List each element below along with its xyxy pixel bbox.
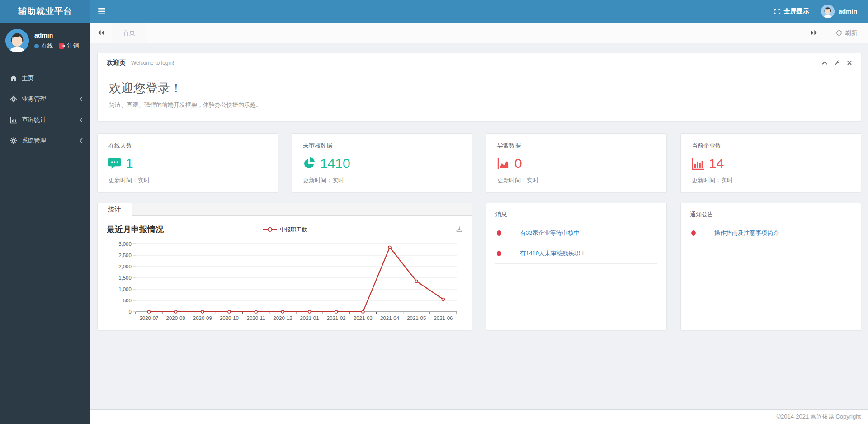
area-chart-icon bbox=[497, 157, 509, 170]
legend-label: 申报职工数 bbox=[280, 226, 307, 233]
stat-card-online-users: 在线人数 1 更新时间：实时 bbox=[97, 133, 278, 192]
double-chevron-right-icon bbox=[811, 30, 817, 36]
welcome-title: 欢迎您登录！ bbox=[109, 80, 849, 96]
chart-legend[interactable]: 申报职工数 bbox=[263, 226, 307, 233]
bullet-dot bbox=[497, 230, 501, 236]
stat-value: 14 bbox=[709, 156, 724, 171]
welcome-panel: 欢迎页 Welcome to login! bbox=[97, 53, 861, 121]
stat-card-current-companies: 当前企业数 14 更新时间：实时 bbox=[680, 133, 861, 192]
notice-item: 操作指南及注意事项简介 bbox=[690, 223, 852, 243]
footer: ©2014-2021 嘉兴拓越 Copyright bbox=[90, 409, 868, 424]
stat-value: 1 bbox=[126, 156, 133, 171]
top-header: 辅助就业平台 全屏显示 ad bbox=[0, 0, 868, 23]
tab-statistics[interactable]: 统计 bbox=[98, 203, 132, 216]
message-link[interactable]: 有1410人未审核残疾职工 bbox=[520, 249, 586, 257]
statistics-panel: 统计 最近月申报情况 申报职工数 bbox=[97, 203, 472, 330]
header-avatar bbox=[821, 5, 835, 18]
svg-text:2020-09: 2020-09 bbox=[193, 315, 212, 321]
svg-text:2020-10: 2020-10 bbox=[220, 315, 239, 321]
header-user-menu[interactable]: admin bbox=[821, 5, 857, 18]
sidebar-item-system[interactable]: 系统管理 bbox=[0, 130, 90, 151]
bar-chart-icon bbox=[10, 116, 18, 124]
stat-value: 1410 bbox=[320, 156, 350, 171]
gem-icon bbox=[10, 95, 18, 103]
header-username: admin bbox=[839, 8, 857, 15]
svg-text:2,500: 2,500 bbox=[118, 252, 132, 258]
stat-updated: 更新时间：实时 bbox=[303, 176, 461, 185]
home-icon bbox=[10, 75, 18, 82]
legend-line-marker bbox=[263, 227, 277, 232]
refresh-button[interactable]: 刷新 bbox=[825, 23, 868, 43]
welcome-description: 简洁、直观、强悍的前端开发框架，体验办公快捷的乐趣。 bbox=[109, 101, 849, 109]
copyright-text: ©2014-2021 嘉兴拓越 Copyright bbox=[776, 413, 861, 421]
monthly-report-chart: 05001,0001,5002,0002,5003,0002020-072020… bbox=[107, 238, 463, 326]
svg-text:2020-07: 2020-07 bbox=[139, 315, 158, 321]
stat-updated: 更新时间：实时 bbox=[108, 176, 267, 185]
double-chevron-left-icon bbox=[98, 30, 104, 36]
message-link[interactable]: 有33家企业等待审核中 bbox=[520, 229, 579, 237]
user-name: admin bbox=[34, 32, 79, 39]
notices-title: 通知公告 bbox=[690, 210, 852, 219]
online-status-dot bbox=[34, 44, 39, 48]
sidebar-toggle-button[interactable] bbox=[90, 0, 113, 23]
svg-text:3,000: 3,000 bbox=[118, 241, 132, 247]
svg-text:0: 0 bbox=[128, 309, 131, 314]
chart-title: 最近月申报情况 bbox=[107, 224, 164, 235]
message-item: 有1410人未审核残疾职工 bbox=[495, 243, 657, 264]
hamburger-icon bbox=[98, 8, 105, 14]
svg-text:2021-03: 2021-03 bbox=[354, 315, 373, 321]
svg-text:2021-05: 2021-05 bbox=[407, 315, 426, 321]
svg-text:500: 500 bbox=[123, 298, 132, 303]
tab-bar: 首页 刷新 bbox=[90, 23, 868, 43]
bullet-dot bbox=[691, 230, 696, 236]
svg-text:2020-11: 2020-11 bbox=[247, 315, 265, 321]
collapse-panel-button[interactable] bbox=[822, 61, 827, 65]
welcome-heading: 欢迎页 bbox=[107, 59, 126, 67]
sidebar: admin 在线 注销 主页 bbox=[0, 23, 90, 424]
close-panel-button[interactable] bbox=[847, 61, 852, 65]
sidebar-item-business[interactable]: 业务管理 bbox=[0, 89, 90, 110]
stat-label: 在线人数 bbox=[108, 142, 267, 150]
svg-text:2021-01: 2021-01 bbox=[300, 315, 319, 321]
content-area: 欢迎页 Welcome to login! bbox=[90, 43, 868, 409]
svg-text:2021-04: 2021-04 bbox=[380, 315, 400, 321]
user-avatar bbox=[5, 29, 29, 52]
notice-link[interactable]: 操作指南及注意事项简介 bbox=[714, 229, 779, 237]
svg-text:1,000: 1,000 bbox=[118, 286, 132, 292]
chevron-left-icon bbox=[79, 96, 83, 102]
messages-panel: 消息 有33家企业等待审核中 有1410人未审核残疾职工 bbox=[486, 203, 667, 330]
messages-title: 消息 bbox=[495, 210, 657, 219]
refresh-icon bbox=[836, 30, 842, 36]
wrench-icon[interactable] bbox=[835, 60, 840, 66]
sidebar-item-query-stats[interactable]: 查询统计 bbox=[0, 110, 90, 130]
comment-icon bbox=[108, 157, 121, 170]
pie-chart-icon bbox=[303, 157, 315, 170]
stat-value: 0 bbox=[514, 156, 522, 171]
svg-text:2021-02: 2021-02 bbox=[327, 315, 346, 321]
logout-button[interactable]: 注销 bbox=[59, 42, 79, 50]
sidebar-item-home[interactable]: 主页 bbox=[0, 68, 90, 89]
app-logo[interactable]: 辅助就业平台 bbox=[0, 0, 90, 23]
download-chart-button[interactable] bbox=[456, 226, 463, 233]
bullet-dot bbox=[497, 251, 501, 256]
fullscreen-icon bbox=[774, 8, 781, 15]
stat-card-abnormal-data: 异常数据 0 更新时间：实时 bbox=[486, 133, 667, 192]
fullscreen-button[interactable]: 全屏显示 bbox=[774, 7, 809, 15]
svg-text:2,000: 2,000 bbox=[118, 264, 132, 269]
svg-text:1,500: 1,500 bbox=[118, 275, 132, 281]
tab-scroll-right-button[interactable] bbox=[803, 23, 825, 43]
notices-panel: 通知公告 操作指南及注意事项简介 bbox=[680, 203, 861, 330]
svg-text:2020-12: 2020-12 bbox=[273, 315, 292, 321]
stat-label: 当前企业数 bbox=[692, 142, 850, 150]
tab-scroll-left-button[interactable] bbox=[90, 23, 112, 43]
svg-text:2020-08: 2020-08 bbox=[166, 315, 185, 321]
sidebar-user-panel: admin 在线 注销 bbox=[0, 23, 90, 60]
chevron-left-icon bbox=[79, 117, 83, 123]
stat-updated: 更新时间：实时 bbox=[692, 176, 850, 185]
sidebar-nav: 主页 业务管理 查询统计 bbox=[0, 68, 90, 151]
tab-home[interactable]: 首页 bbox=[112, 23, 146, 43]
stat-label: 未审核数据 bbox=[303, 142, 461, 150]
message-item: 有33家企业等待审核中 bbox=[495, 223, 657, 243]
bars-icon bbox=[692, 157, 704, 170]
gear-icon bbox=[10, 137, 18, 145]
